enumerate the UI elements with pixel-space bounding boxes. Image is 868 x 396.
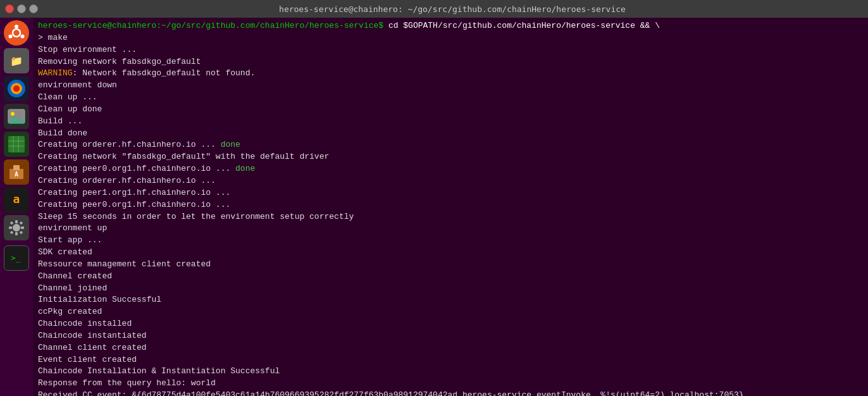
terminal-line-15: Creating peer1.org1.hf.chainhero.io ... (38, 187, 863, 199)
terminal-line-19: Start app ... (38, 235, 863, 247)
svg-point-2 (15, 25, 18, 28)
terminal-line-16: Creating peer0.org1.hf.chainhero.io ... (38, 199, 863, 211)
terminal-line-6: environment down (38, 80, 863, 92)
svg-rect-29 (20, 221, 23, 225)
terminal-line-23: Channel joined (38, 283, 863, 295)
amazon-icon[interactable]: a (4, 187, 29, 213)
window-title: heroes-service@chainhero: ~/go/src/githu… (42, 4, 863, 14)
terminal-line-31: Response from the query hello: world (38, 378, 863, 390)
terminal-line-3: Stop environment ... (38, 44, 863, 56)
terminal-line-8: Clean up done (38, 104, 863, 116)
ubuntu-icon[interactable] (4, 20, 29, 46)
svg-rect-18 (13, 165, 20, 170)
terminal-line-2: > make (38, 32, 863, 44)
terminal-line-1: heroes-service@chainhero:~/go/src/github… (38, 20, 863, 32)
close-button[interactable] (5, 4, 14, 13)
svg-point-10 (11, 112, 15, 116)
minimize-button[interactable] (17, 4, 26, 13)
terminal-line-21: Ressource management client created (38, 259, 863, 271)
svg-text:>_: >_ (11, 253, 21, 263)
terminal-line-12: Creating network "fabsdkgo_default" with… (38, 151, 863, 163)
spreadsheet-icon[interactable] (4, 132, 29, 157)
svg-text:a: a (13, 192, 20, 206)
title-bar: heroes-service@chainhero: ~/go/src/githu… (0, 0, 868, 18)
terminal-line-11: Creating orderer.hf.chainhero.io ... don… (38, 139, 863, 151)
terminal-line-27: Chaincode instantiated (38, 330, 863, 342)
svg-rect-30 (10, 231, 14, 235)
svg-point-7 (13, 85, 20, 92)
files-icon[interactable]: 📁 (4, 48, 29, 73)
terminal-line-17: Sleep 15 seconds in order to let the env… (38, 211, 863, 223)
main-area: 📁 (0, 18, 868, 396)
svg-rect-24 (15, 220, 18, 223)
image-viewer-icon[interactable] (4, 104, 29, 129)
svg-point-4 (9, 35, 13, 39)
terminal-line-20: SDK created (38, 247, 863, 259)
terminal-line-18: environment up (38, 223, 863, 235)
terminal-line-24: Initialization Successful (38, 294, 863, 306)
terminal-line-32: Received CC event: &{6d78775d4a100fe5403… (38, 390, 863, 396)
terminal-line-4: Removing network fabsdkgo_default (38, 56, 863, 68)
svg-rect-28 (10, 221, 14, 225)
terminal-line-7: Clean up ... (38, 92, 863, 104)
maximize-button[interactable] (29, 4, 38, 13)
settings-icon[interactable] (4, 215, 29, 240)
terminal-icon[interactable]: >_ (4, 245, 29, 271)
terminal-line-14: Creating orderer.hf.chainhero.io ... (38, 175, 863, 187)
svg-point-3 (21, 35, 25, 39)
terminal-line-22: Channel created (38, 271, 863, 283)
svg-rect-25 (15, 232, 18, 235)
svg-rect-26 (9, 226, 12, 229)
terminal-line-10: Build done (38, 128, 863, 140)
terminal-line-30: Chaincode Installation & Instantiation S… (38, 366, 863, 378)
terminal-line-5: WARNING: Network fabsdkgo_default not fo… (38, 68, 863, 80)
terminal-window[interactable]: heroes-service@chainhero:~/go/src/github… (33, 18, 868, 396)
terminal-line-29: Event client created (38, 354, 863, 366)
main-window: heroes-service@chainhero: ~/go/src/githu… (0, 0, 868, 396)
svg-rect-12 (8, 136, 25, 152)
terminal-line-26: Chaincode installed (38, 318, 863, 330)
package-icon[interactable]: A (4, 159, 29, 185)
firefox-icon[interactable] (4, 76, 29, 101)
terminal-line-9: Build ... (38, 116, 863, 128)
svg-text:A: A (15, 171, 18, 178)
window-controls (5, 4, 38, 13)
terminal-line-28: Channel client created (38, 342, 863, 354)
terminal-line-25: ccPkg created (38, 306, 863, 318)
taskbar: 📁 (0, 18, 33, 396)
terminal-line-13: Creating peer0.org1.hf.chainhero.io ... … (38, 163, 863, 175)
svg-rect-27 (21, 226, 24, 229)
svg-rect-31 (20, 231, 23, 235)
